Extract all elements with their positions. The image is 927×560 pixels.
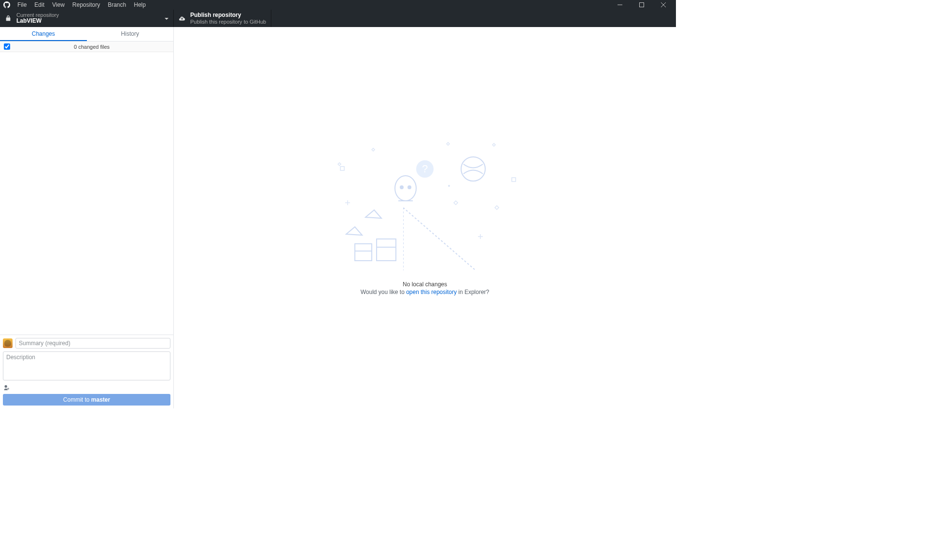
commit-button[interactable]: Commit to master (3, 394, 170, 406)
commit-form: Commit to master (0, 335, 173, 408)
svg-rect-17 (340, 167, 344, 170)
commit-btn-branch: master (91, 396, 110, 403)
description-input[interactable] (3, 351, 170, 380)
minimize-button[interactable] (609, 0, 631, 10)
window-controls (609, 0, 674, 10)
lock-icon (5, 14, 13, 22)
publish-repository-button[interactable]: Publish repository Publish this reposito… (174, 10, 271, 27)
tab-history[interactable]: History (87, 27, 174, 41)
publish-label: Publish repository (190, 12, 266, 18)
github-logo-icon (3, 1, 11, 9)
cloud-upload-icon (179, 14, 186, 22)
menu-view[interactable]: View (48, 0, 69, 9)
close-button[interactable] (652, 0, 674, 10)
title-bar: File Edit View Repository Branch Help (0, 0, 676, 10)
menu-help[interactable]: Help (130, 0, 150, 9)
avatar (3, 338, 13, 348)
current-repository-dropdown[interactable]: Current repository LabVIEW (0, 10, 174, 27)
maximize-button[interactable] (631, 0, 652, 10)
add-coauthors-button[interactable] (3, 384, 170, 392)
chevron-down-icon (165, 14, 169, 23)
menu-repository[interactable]: Repository (69, 0, 104, 9)
changed-files-count: 0 changed files (14, 44, 169, 50)
svg-rect-1 (639, 3, 644, 7)
repo-name: LabVIEW (16, 18, 59, 24)
menu-edit[interactable]: Edit (30, 0, 48, 9)
publish-sub: Publish this repository to GitHub (190, 19, 266, 25)
content-area: Changes History 0 changed files Commit t… (0, 27, 676, 408)
svg-rect-18 (512, 178, 516, 182)
menu-file[interactable]: File (14, 0, 30, 9)
tab-changes[interactable]: Changes (0, 27, 87, 41)
changes-header: 0 changed files (0, 42, 173, 52)
menu-branch[interactable]: Branch (104, 0, 130, 9)
changes-list (0, 52, 173, 335)
select-all-checkbox[interactable] (4, 43, 10, 50)
sidebar-tabs: Changes History (0, 27, 173, 42)
sidebar: Changes History 0 changed files Commit t… (0, 27, 174, 408)
open-repository-link[interactable]: open this repository (406, 289, 457, 295)
toolbar: Current repository LabVIEW Publish repos… (0, 10, 676, 27)
menu-bar: File Edit View Repository Branch Help (14, 0, 150, 9)
no-changes-subtitle: Would you like to open this repository i… (361, 289, 490, 295)
empty-state-illustration: ? (323, 140, 526, 275)
svg-point-23 (448, 185, 450, 187)
main-panel: ? No local changes Would you (174, 27, 676, 408)
commit-btn-prefix: Commit to (63, 396, 91, 403)
summary-input[interactable] (15, 338, 170, 349)
no-changes-title: No local changes (403, 281, 447, 288)
